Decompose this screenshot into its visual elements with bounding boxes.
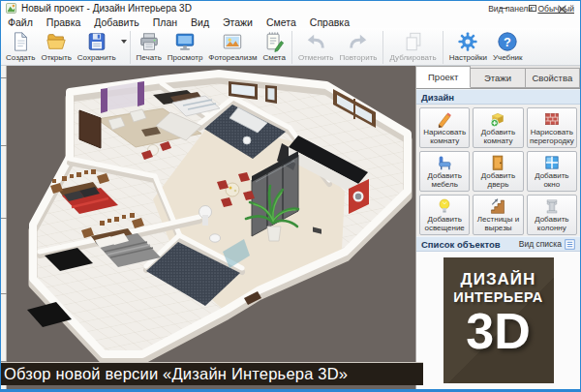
redo-button[interactable]: Повторить [336,30,380,63]
add-furniture-button[interactable]: Добавить мебель [419,151,470,192]
tutorial-button[interactable]: ? Учебник [490,30,526,63]
list-view-icon [565,239,575,250]
preview-button[interactable]: Просмотр [165,30,206,63]
panel-view-label: Вид панели: [488,4,535,14]
add-window-button[interactable]: Добавить окно [527,151,577,192]
menu-file[interactable]: Файл [1,16,40,28]
create-button[interactable]: Создать [3,30,38,63]
curtain [101,88,107,113]
help-icon: ? [497,31,518,52]
menu-floors[interactable]: Этажи [216,16,260,28]
dining-table[interactable] [226,183,239,196]
menu-view[interactable]: Вид [184,16,216,28]
menu-plan[interactable]: План [146,16,184,28]
duplicate-button[interactable]: Дублировать [386,30,439,63]
menu-bar: Файл Правка Добавить План Вид Этажи Смет… [1,15,580,28]
panel-view-switcher: Вид панели:Обычный [488,4,574,14]
new-document-icon [10,31,31,52]
box-plus-icon [489,110,506,128]
product-logo: ДИЗАЙН ИНТЕРЬЕРА 3D [443,257,554,383]
photorealism-button[interactable]: Фотореализм [205,30,260,63]
gear-icon [457,31,478,52]
list-view-control[interactable]: Вид списка [519,239,575,250]
design-section-header: Дизайн [416,89,580,105]
window[interactable] [107,82,138,110]
estimate-button[interactable]: Смета [260,30,288,63]
app-logo-icon [6,3,16,14]
menu-edit[interactable]: Правка [40,16,87,28]
toolbar-separator [443,31,443,64]
redo-icon [348,31,369,52]
window-icon [543,154,561,171]
open-folder-icon [46,31,67,52]
undo-icon [305,31,326,52]
stairs-cutouts-button[interactable]: Лестницы и вырезы [473,195,523,235]
design-section-title: Дизайн [421,92,454,103]
main-toolbar: Создать Открыть Сохранить Печать [1,28,580,66]
undo-button[interactable]: Отменить [295,30,337,63]
curtain [138,81,144,106]
svg-text:?: ? [504,35,511,49]
video-caption: Обзор новой версии «Дизайн Интерьера 3D» [1,362,423,385]
add-room-button[interactable]: Добавить комнату [473,107,523,148]
3d-viewport[interactable]: Обзор новой версии «Дизайн Интерьера 3D» [1,66,415,389]
tab-floors[interactable]: Этажи [471,68,525,88]
menu-help[interactable]: Справка [303,16,356,28]
print-button[interactable]: Печать [134,30,165,63]
toolbar-separator [291,31,292,64]
open-button[interactable]: Открыть [38,30,74,63]
duplicate-icon [403,31,424,52]
add-lighting-button[interactable]: Добавить освещение [419,195,470,235]
vertical-ruler [1,66,7,389]
panel-view-link[interactable]: Обычный [537,4,574,14]
photo-icon [222,31,243,52]
notepad-pencil-icon [263,31,285,52]
sink[interactable] [243,136,251,144]
tab-project[interactable]: Проект [416,66,471,88]
panel-tabs: Проект Этажи Свойства [416,66,580,89]
add-column-button[interactable]: Добавить колонну [527,195,577,235]
stairs-icon [489,197,506,215]
floor-plan-3d-render[interactable] [8,66,415,389]
monitor-icon [174,31,196,52]
washbasin-pedestal [202,215,208,226]
draw-room-button[interactable]: Нарисовать комнату [419,107,470,148]
save-dropdown-arrow-icon[interactable] [121,40,127,44]
pencil-icon [436,110,453,128]
menu-estimate[interactable]: Смета [260,16,303,28]
printer-icon [138,31,160,52]
object-list-area: ДИЗАЙН ИНТЕРЬЕРА 3D [416,252,580,389]
objects-section-title: Список объектов [421,239,501,250]
save-floppy-icon [86,31,107,52]
toolbar-separator [130,31,131,64]
column-icon [543,197,561,215]
app-window: Новый проект - Дизайн Интерьера 3D Файл … [0,0,581,392]
bulb-icon [436,197,453,215]
design-buttons-grid: Нарисовать комнату Добавить комнату Нари… [416,105,580,238]
armchair-icon [436,154,453,171]
toilet[interactable] [210,234,221,242]
tab-properties[interactable]: Свойства [526,68,580,88]
brick-wall-icon [543,110,561,128]
menu-add[interactable]: Добавить [87,16,145,28]
settings-button[interactable]: Настройки [446,30,490,63]
door-icon [489,154,506,171]
add-door-button[interactable]: Добавить дверь [473,151,523,192]
objects-section-header: Список объектов Вид списка [416,236,580,252]
side-panel: Проект Этажи Свойства Дизайн Нарисовать … [415,66,580,389]
draw-partition-button[interactable]: Нарисовать перегородку [527,107,577,148]
toolbar-separator [382,31,383,64]
save-button[interactable]: Сохранить [75,30,119,63]
window-title: Новый проект - Дизайн Интерьера 3D [21,3,192,14]
